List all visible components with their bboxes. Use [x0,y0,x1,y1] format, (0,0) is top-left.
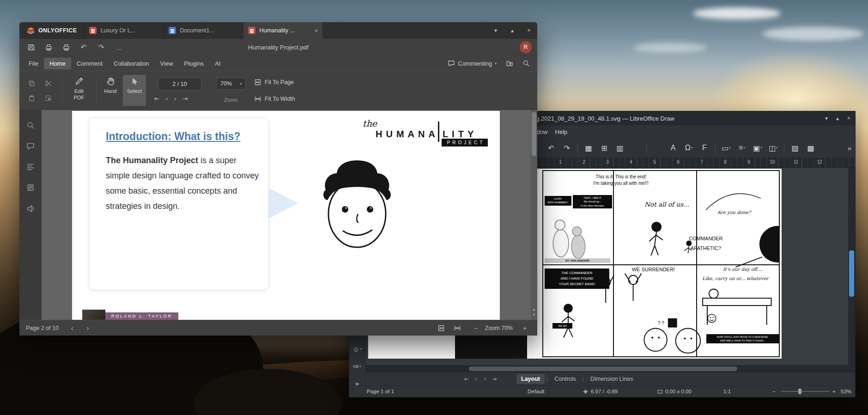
search-button[interactable] [522,60,530,67]
select-all-button[interactable] [42,92,55,104]
smiley-button[interactable]: ☺▾ [350,343,364,355]
first-page-button[interactable]: ⇤ [154,95,159,102]
draw-horizontal-scrollbar[interactable] [366,365,855,372]
maximize-button[interactable]: ▴ [836,115,839,122]
nav-first-button[interactable]: ⇤ [463,376,470,382]
zoom-slider-thumb[interactable] [798,389,801,394]
menu-view[interactable]: View [155,58,179,69]
scrollbar-thumb[interactable] [849,250,854,297]
document-tab[interactable]: Document1... [164,22,243,39]
fit-to-width-button[interactable] [454,320,461,336]
block-arrow-button[interactable]: ⇨▾ [350,360,364,372]
menu-ai[interactable]: AI [209,58,226,69]
fit-to-width-button[interactable]: Fit To Width [254,95,295,103]
next-page-scroll-button[interactable]: ▼ [532,313,536,317]
print-button[interactable] [42,41,55,53]
thumbnails-panel-button[interactable] [26,183,35,192]
tab-close-button[interactable]: × [315,27,318,34]
zoom-out-button[interactable]: − [772,386,776,397]
distribute-button[interactable]: ◫▾ [766,141,780,155]
arrange-button[interactable]: ▣▾ [751,141,765,155]
scrollbar-thumb[interactable] [532,112,536,156]
close-button[interactable]: × [847,115,850,122]
more-button[interactable]: … [112,41,126,53]
ruler-number: 8 [724,159,727,165]
undo-button[interactable]: ↶ [77,41,91,53]
nav-prev-button[interactable]: ‹ [472,376,480,382]
document-tab[interactable]: Luxury Or L... [84,22,164,39]
toolbar-overflow-button[interactable]: » [848,144,851,152]
scrollbar-thumb[interactable] [469,366,737,371]
next-page-button[interactable]: › [174,95,176,102]
helplines-button[interactable]: ⊞ [597,141,611,155]
tab-dimension-lines[interactable]: Dimension Lines [586,374,637,384]
open-file-location-button[interactable] [506,60,513,67]
search-panel-button[interactable] [26,121,35,129]
paste-button[interactable] [25,92,38,104]
zoom-select[interactable]: 70% ▾ [216,78,246,90]
document-area[interactable]: Introduction: What is this? The Humanali… [42,110,537,320]
next-page-button[interactable]: › [82,320,93,336]
zoom-in-button[interactable]: + [519,320,530,336]
hand-tool-button[interactable]: Hand [100,75,121,106]
fit-to-page-button[interactable]: Fit To Page [254,79,294,86]
comments-panel-button[interactable] [26,142,35,150]
previous-page-button[interactable]: ‹ [67,320,78,336]
menu-file[interactable]: File [23,58,44,69]
nav-next-button[interactable]: › [481,376,489,382]
draw-vertical-scrollbar[interactable] [848,168,855,365]
zoom-button[interactable] [629,141,643,155]
document-tab[interactable]: Humanality ...× [243,22,322,39]
align-button[interactable]: ≡▾ [735,141,749,155]
zoom-out-button[interactable]: − [470,320,481,336]
maximize-button[interactable]: ▴ [504,22,521,39]
undo-button[interactable]: ↶ [544,141,558,155]
minimize-button[interactable]: ▾ [487,22,504,39]
zoom-slider[interactable] [781,391,830,392]
select-tool-button[interactable]: Select [123,75,146,106]
save-button[interactable] [24,41,38,53]
navigation-panel-button[interactable] [26,163,35,171]
panel-border [543,264,779,265]
menu-help[interactable]: Help [552,127,571,137]
redo-button[interactable]: ↷ [560,141,574,155]
fontwork-button[interactable]: F [698,141,711,155]
shadow-button[interactable]: ▨ [788,141,802,155]
tab-controls[interactable]: Controls [550,374,581,384]
avatar[interactable]: R [520,41,532,53]
quick-print-button[interactable] [59,41,73,53]
redo-button[interactable]: ↷ [94,41,108,53]
onlyoffice-titlebar[interactable]: ONLYOFFICE Luxury Or L...Document1...Hum… [19,22,537,39]
ruler-number: 11 [794,159,798,165]
nav-last-button[interactable]: ⇥ [491,376,498,382]
menu-collaboration[interactable]: Collaboration [108,58,155,69]
textbox-button[interactable]: A [666,141,680,155]
tab-layout[interactable]: Layout [516,374,545,384]
commenting-mode-button[interactable]: Commenting ▾ [448,60,497,67]
shapes-button[interactable]: ▭▾ [719,141,733,155]
edit-pdf-button[interactable]: Edit PDF [66,75,92,106]
fit-to-page-button[interactable] [437,320,445,336]
image-button[interactable] [650,141,664,155]
cut-button[interactable] [42,77,55,90]
minimize-button[interactable]: ▾ [825,115,828,122]
zoom-in-button[interactable]: + [832,386,836,397]
symbol-button[interactable]: Ω▾ [682,141,696,155]
menu-comment[interactable]: Comment [71,58,108,69]
document-scrollbar[interactable]: ▲ ▼ [531,110,537,320]
previous-page-scroll-button[interactable]: ▲ [532,307,536,311]
menu-plugins[interactable]: Plugins [179,58,210,69]
crop-button[interactable]: ▩ [804,141,818,155]
close-button[interactable]: × [521,22,537,39]
toolbar-separator [784,143,784,153]
grid-button[interactable]: ▦ [582,141,595,155]
menu-home[interactable]: Home [44,58,71,69]
glue-button[interactable]: ▥ [613,141,627,155]
page-number-input[interactable]: 2 / 10 [158,78,201,91]
page-style[interactable]: Default [528,386,544,397]
copy-button[interactable] [25,77,38,90]
last-page-button[interactable]: ⇥ [183,95,188,102]
feedback-panel-button[interactable] [26,204,35,213]
draw-statusbar: Page 1 of 1 Default 6.97 / -0.89 0.00 x … [349,385,855,397]
previous-page-button[interactable]: ‹ [166,95,168,102]
